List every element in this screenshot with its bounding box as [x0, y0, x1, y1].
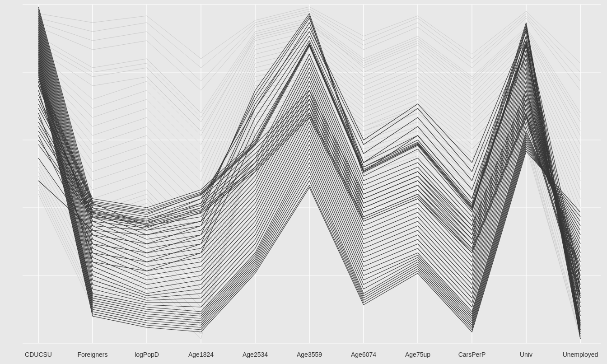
axis-label-univ: Univ [520, 351, 532, 358]
chart-container: CDUCSU Foreigners logPopD Age1824 Age253… [0, 0, 607, 364]
axis-label-age3559: Age3559 [297, 351, 322, 358]
axis-label-carsperp: CarsPerP [458, 351, 486, 358]
axis-label-age75up: Age75up [405, 351, 430, 358]
axis-label-foreigners: Foreigners [78, 351, 108, 358]
axis-label-age1824: Age1824 [188, 351, 214, 358]
axis-label-unemployed: Unemployed [563, 351, 598, 358]
axis-label-age6074: Age6074 [351, 351, 376, 358]
parallel-coordinates-chart: CDUCSU Foreigners logPopD Age1824 Age253… [0, 0, 607, 364]
axis-label-cducsu: CDUCSU [25, 351, 52, 358]
axis-label-logpopd: logPopD [135, 351, 159, 358]
axis-label-age2534: Age2534 [243, 351, 268, 358]
